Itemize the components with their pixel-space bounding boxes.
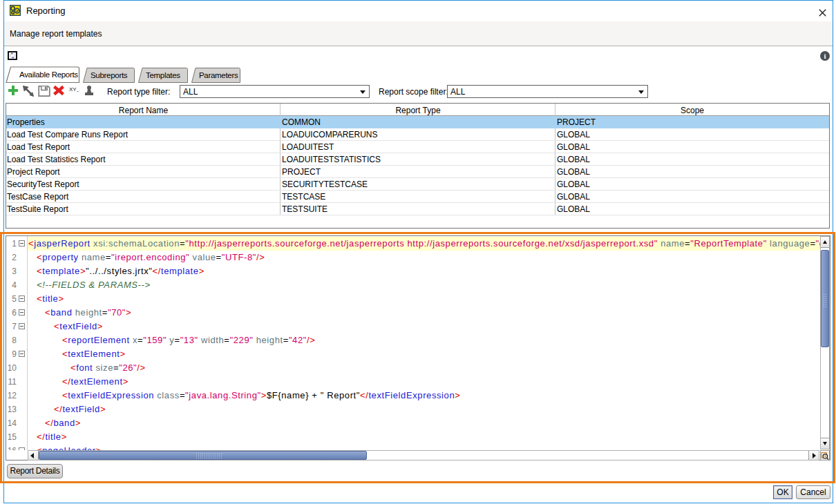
svg-text:-: - (77, 88, 79, 94)
svg-text:XY: XY (69, 86, 77, 93)
